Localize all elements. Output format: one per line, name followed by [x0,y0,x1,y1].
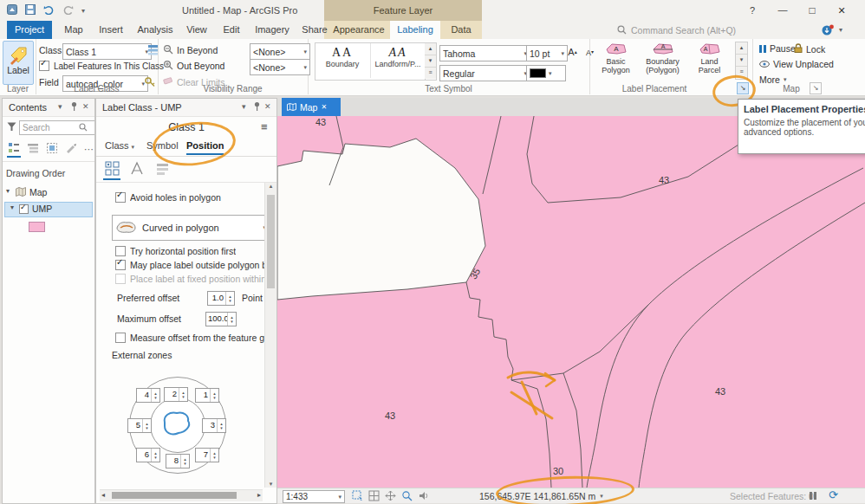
outside-boundary-checkbox[interactable]: ✓ May place label outside polygon bounda [115,260,267,270]
measure-offset-checkbox[interactable]: Measure offset from the feature geometr [115,333,267,343]
placement-style-dropdown[interactable]: Curved in polygon ▾ [112,215,270,241]
subtab-conflict-icon[interactable] [155,161,170,178]
try-horizontal-checkbox[interactable]: Try horizontal position first [115,246,236,256]
list-by-selection-icon[interactable] [46,142,58,156]
minimize-button[interactable]: — [771,0,794,21]
speaker-icon[interactable] [418,490,429,503]
panel-menu-icon[interactable]: ≡ [261,120,268,133]
list-by-editing-icon[interactable] [65,142,77,156]
avoid-holes-checkbox[interactable]: ✓ Avoid holes in polygon [115,192,221,203]
zone-2-spinner[interactable]: 2▴▾ [164,387,188,402]
zone-6-spinner[interactable]: 6▴▾ [136,448,160,462]
in-beyond-dropdown[interactable]: <None> ▾ [250,43,310,60]
label-features-checkbox[interactable]: ✓ Label Features In This Class [39,61,164,71]
gallery-expand-icon[interactable]: ≡ [736,67,747,78]
map-canvas[interactable]: 43 43 35 43 43 30 [277,116,865,488]
zone-4-spinner[interactable]: 4▴▾ [136,388,160,403]
tab-appearance[interactable]: Appearance [331,21,387,39]
pause-drawing-icon[interactable] [810,492,816,500]
tree-item-ump[interactable]: ▾ ✓ UMP [4,202,93,217]
caret-down-icon[interactable]: ▾ [6,187,10,195]
scale-dropdown[interactable]: 1:433 ▾ [283,490,345,503]
pin-icon[interactable] [70,101,78,113]
maximize-button[interactable]: □ [801,0,823,21]
map-view-tab[interactable]: Map ✕ [282,98,341,116]
pin-icon[interactable] [253,101,261,113]
select-tool-icon[interactable] [352,490,363,503]
fixed-position-checkbox[interactable]: Place label at fixed position within pol… [115,274,267,284]
font-style-dropdown[interactable]: Regular ▾ [439,65,530,81]
redo-icon[interactable] [62,5,74,16]
tab-insert[interactable]: Insert [92,21,130,39]
zone-3-spinner[interactable]: 3▴▾ [202,418,226,433]
zone-1-spinner[interactable]: 1▴▾ [195,388,219,403]
tab-share[interactable]: Share [296,21,333,39]
gallery-expand-icon[interactable]: ≡ [425,68,436,79]
font-dropdown[interactable]: Tahoma ▾ [439,45,530,61]
command-search-input[interactable] [629,23,763,38]
subtab-fitting-icon[interactable] [130,161,145,178]
list-by-source-icon[interactable] [27,142,39,156]
tree-item-map[interactable]: ▾ Map [3,185,94,199]
scrollbar-thumb[interactable] [267,195,275,288]
close-pane-icon[interactable]: ✕ [264,102,271,111]
horizontal-scrollbar[interactable]: ◂ ▸ [100,489,263,501]
gallery-up-icon[interactable]: ▴ [736,42,747,55]
coordinates-readout[interactable]: 156,645.97E 141,861.65N m ▾ [479,491,603,501]
tab-map[interactable]: Map [57,21,90,39]
pan-tool-icon[interactable] [385,490,396,503]
maximum-offset-spinner[interactable]: 100.0 ▴▾ [205,312,237,326]
zone-7-spinner[interactable]: 7▴▾ [195,448,219,462]
close-pane-icon[interactable]: ✕ [82,102,89,111]
notifications-icon[interactable] [822,24,834,38]
font-size-dropdown[interactable]: 10 pt ▾ [526,45,568,61]
help-button[interactable]: ? [744,0,761,21]
scroll-up-icon[interactable]: ▴ [265,183,276,190]
layer-symbol-swatch[interactable] [29,222,45,232]
save-icon[interactable] [25,4,36,16]
tab-symbol[interactable]: Symbol [146,140,179,151]
refresh-icon[interactable]: ⟳ [829,488,838,501]
class-dropdown[interactable]: Class 1 ▾ [62,43,152,60]
label-placement-dialog-launcher[interactable]: ↘ [737,82,749,94]
filter-icon[interactable] [7,122,16,133]
text-symbol-item-boundary[interactable]: AA Boundary [315,43,369,78]
text-symbol-item-landform[interactable]: AA Landform/P... [370,43,425,78]
undo-icon[interactable] [43,5,55,16]
tab-class[interactable]: Class ▾ [105,140,134,151]
project-icon[interactable] [7,4,17,16]
more-view-modes-icon[interactable]: ⋯ [84,144,94,155]
scroll-right-icon[interactable]: ▸ [257,491,261,499]
placement-item-basic-polygon[interactable]: A BasicPolygon [593,42,639,74]
tab-analysis[interactable]: Analysis [132,21,179,39]
zone-8-spinner[interactable]: 8▴▾ [166,454,190,468]
pane-menu-caret-icon[interactable]: ▾ [58,102,62,111]
zone-5-spinner[interactable]: 5▴▾ [127,418,152,433]
scroll-left-icon[interactable]: ◂ [101,491,105,499]
pane-menu-caret-icon[interactable]: ▾ [242,102,246,111]
grid-snap-icon[interactable] [368,490,380,503]
gallery-down-icon[interactable]: ▾ [736,55,747,67]
placement-item-land-parcel[interactable]: A LandParcel [686,42,732,74]
label-toggle-button[interactable]: Label [3,41,34,85]
subtab-placement-icon[interactable] [105,161,120,178]
preferred-offset-unit[interactable]: Point [242,293,263,303]
lock-labels-button[interactable]: Lock [794,43,825,55]
gallery-down-icon[interactable]: ▾ [425,55,436,68]
close-view-icon[interactable]: ✕ [321,103,327,111]
caret-down-icon[interactable]: ▾ [10,204,14,211]
view-unplaced-button[interactable]: View Unplaced [759,59,834,69]
tab-edit[interactable]: Edit [215,21,248,39]
placement-item-boundary-polygon[interactable]: A Boundary(Polygon) [640,42,686,74]
font-grow-button[interactable]: A▴ [564,45,581,60]
font-color-dropdown[interactable]: ▾ [526,65,566,81]
tab-imagery[interactable]: Imagery [250,21,295,39]
list-by-drawing-order-icon[interactable] [8,142,20,156]
gallery-up-icon[interactable]: ▴ [425,43,436,55]
tab-project[interactable]: Project [7,21,52,39]
tab-position[interactable]: Position [186,140,224,155]
close-button[interactable]: ✕ [829,0,855,21]
vertical-scrollbar[interactable]: ▴ ▾ [264,183,276,488]
scroll-down-icon[interactable]: ▾ [265,481,276,488]
tab-data[interactable]: Data [444,21,478,39]
